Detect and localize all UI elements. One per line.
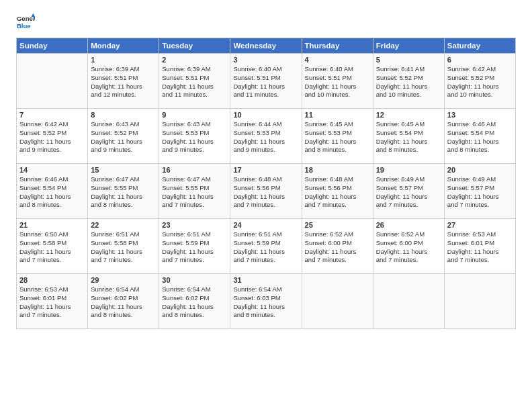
day-number: 14 — [19, 166, 85, 174]
cell-w1-d5: 12Sunrise: 6:45 AMSunset: 5:54 PMDayligh… — [373, 109, 444, 164]
daylight-minutes: and 7 minutes. — [305, 201, 370, 210]
daylight-minutes: and 8 minutes. — [305, 146, 370, 154]
sunrise-text: Sunrise: 6:47 AM — [91, 175, 156, 184]
sunset-text: Sunset: 6:02 PM — [91, 294, 156, 303]
cell-w2-d3: 17Sunrise: 6:48 AMSunset: 5:56 PMDayligh… — [230, 164, 302, 219]
sunset-text: Sunset: 5:55 PM — [91, 184, 156, 193]
day-number: 27 — [447, 221, 513, 229]
day-number: 23 — [162, 221, 227, 229]
cell-w3-d5: 26Sunrise: 6:52 AMSunset: 6:00 PMDayligh… — [373, 219, 444, 274]
cell-w0-d4: 4Sunrise: 6:40 AMSunset: 5:51 PMDaylight… — [302, 54, 373, 109]
cell-w3-d4: 25Sunrise: 6:52 AMSunset: 6:00 PMDayligh… — [302, 219, 373, 274]
day-number: 15 — [91, 166, 156, 174]
logo: General Blue — [16, 12, 38, 31]
sunset-text: Sunset: 5:59 PM — [162, 239, 227, 248]
day-number: 8 — [91, 111, 156, 119]
calendar-table: SundayMondayTuesdayWednesdayThursdayFrid… — [16, 38, 516, 329]
sunset-text: Sunset: 5:52 PM — [91, 129, 156, 138]
daylight-hours: Daylight: 11 hours — [447, 83, 513, 91]
sunrise-text: Sunrise: 6:43 AM — [162, 120, 227, 129]
daylight-hours: Daylight: 11 hours — [91, 248, 156, 257]
daylight-hours: Daylight: 11 hours — [233, 248, 298, 257]
sunrise-text: Sunrise: 6:54 AM — [91, 285, 156, 294]
sunset-text: Sunset: 5:52 PM — [376, 74, 441, 83]
sunrise-text: Sunrise: 6:49 AM — [376, 175, 441, 184]
daylight-minutes: and 11 minutes. — [162, 91, 227, 99]
daylight-hours: Daylight: 11 hours — [162, 138, 227, 146]
day-number: 1 — [91, 56, 156, 64]
daylight-minutes: and 8 minutes. — [19, 201, 85, 210]
sunset-text: Sunset: 6:01 PM — [447, 239, 513, 248]
cell-w1-d6: 13Sunrise: 6:46 AMSunset: 5:54 PMDayligh… — [444, 109, 515, 164]
logo-icon: General Blue — [16, 12, 35, 31]
day-number: 6 — [447, 56, 513, 64]
daylight-minutes: and 10 minutes. — [305, 91, 370, 99]
sunset-text: Sunset: 5:57 PM — [447, 184, 513, 193]
daylight-minutes: and 9 minutes. — [233, 146, 298, 154]
cell-w0-d3: 3Sunrise: 6:40 AMSunset: 5:51 PMDaylight… — [230, 54, 302, 109]
cell-w1-d1: 8Sunrise: 6:43 AMSunset: 5:52 PMDaylight… — [88, 109, 159, 164]
column-header-monday: Monday — [88, 38, 159, 54]
sunrise-text: Sunrise: 6:40 AM — [233, 65, 298, 74]
sunrise-text: Sunrise: 6:51 AM — [162, 230, 227, 239]
day-number: 3 — [233, 56, 298, 64]
sunrise-text: Sunrise: 6:42 AM — [19, 120, 85, 129]
daylight-minutes: and 10 minutes. — [376, 91, 441, 99]
day-number: 29 — [91, 276, 156, 284]
daylight-minutes: and 8 minutes. — [447, 146, 513, 154]
day-number: 12 — [376, 111, 441, 119]
cell-w3-d1: 22Sunrise: 6:51 AMSunset: 5:58 PMDayligh… — [88, 219, 159, 274]
day-number: 24 — [233, 221, 298, 229]
cell-w2-d0: 14Sunrise: 6:46 AMSunset: 5:54 PMDayligh… — [17, 164, 88, 219]
week-row-1: 7Sunrise: 6:42 AMSunset: 5:52 PMDaylight… — [17, 109, 516, 164]
day-number: 30 — [162, 276, 227, 284]
sunrise-text: Sunrise: 6:46 AM — [19, 175, 85, 184]
daylight-minutes: and 7 minutes. — [91, 256, 156, 265]
sunrise-text: Sunrise: 6:42 AM — [447, 65, 513, 74]
day-number: 26 — [376, 221, 441, 229]
daylight-minutes: and 8 minutes. — [91, 311, 156, 320]
cell-w2-d4: 18Sunrise: 6:48 AMSunset: 5:56 PMDayligh… — [302, 164, 373, 219]
daylight-minutes: and 8 minutes. — [162, 311, 227, 320]
daylight-minutes: and 7 minutes. — [19, 311, 85, 320]
daylight-minutes: and 7 minutes. — [19, 256, 85, 265]
daylight-hours: Daylight: 11 hours — [19, 303, 85, 312]
sunset-text: Sunset: 5:56 PM — [305, 184, 370, 193]
sunset-text: Sunset: 6:00 PM — [376, 239, 441, 248]
daylight-hours: Daylight: 11 hours — [19, 138, 85, 146]
cell-w4-d5 — [373, 274, 444, 329]
day-number: 13 — [447, 111, 513, 119]
sunset-text: Sunset: 5:51 PM — [305, 74, 370, 83]
sunset-text: Sunset: 6:01 PM — [19, 294, 85, 303]
daylight-minutes: and 12 minutes. — [91, 91, 156, 99]
week-row-0: 1Sunrise: 6:39 AMSunset: 5:51 PMDaylight… — [17, 54, 516, 109]
daylight-minutes: and 7 minutes. — [162, 256, 227, 265]
daylight-minutes: and 9 minutes. — [19, 146, 85, 154]
cell-w4-d6 — [444, 274, 515, 329]
cell-w3-d2: 23Sunrise: 6:51 AMSunset: 5:59 PMDayligh… — [159, 219, 230, 274]
cell-w0-d5: 5Sunrise: 6:41 AMSunset: 5:52 PMDaylight… — [373, 54, 444, 109]
column-header-tuesday: Tuesday — [159, 38, 230, 54]
daylight-hours: Daylight: 11 hours — [91, 138, 156, 146]
header: General Blue — [16, 12, 516, 31]
sunset-text: Sunset: 5:53 PM — [233, 129, 298, 138]
daylight-minutes: and 7 minutes. — [376, 256, 441, 265]
sunrise-text: Sunrise: 6:50 AM — [19, 230, 85, 239]
daylight-hours: Daylight: 11 hours — [162, 248, 227, 257]
daylight-hours: Daylight: 11 hours — [376, 138, 441, 146]
daylight-minutes: and 8 minutes. — [376, 146, 441, 154]
daylight-minutes: and 8 minutes. — [233, 311, 298, 320]
cell-w0-d2: 2Sunrise: 6:39 AMSunset: 5:51 PMDaylight… — [159, 54, 230, 109]
sunrise-text: Sunrise: 6:45 AM — [305, 120, 370, 129]
svg-text:Blue: Blue — [17, 22, 31, 30]
sunset-text: Sunset: 6:03 PM — [233, 294, 298, 303]
calendar-header: SundayMondayTuesdayWednesdayThursdayFrid… — [17, 38, 516, 54]
sunset-text: Sunset: 5:58 PM — [19, 239, 85, 248]
sunset-text: Sunset: 5:54 PM — [19, 184, 85, 193]
cell-w3-d0: 21Sunrise: 6:50 AMSunset: 5:58 PMDayligh… — [17, 219, 88, 274]
daylight-hours: Daylight: 11 hours — [91, 303, 156, 312]
daylight-hours: Daylight: 11 hours — [162, 303, 227, 312]
page: General Blue SundayMondayTuesdayWednesda… — [0, 0, 532, 411]
sunrise-text: Sunrise: 6:54 AM — [162, 285, 227, 294]
sunset-text: Sunset: 5:55 PM — [162, 184, 227, 193]
